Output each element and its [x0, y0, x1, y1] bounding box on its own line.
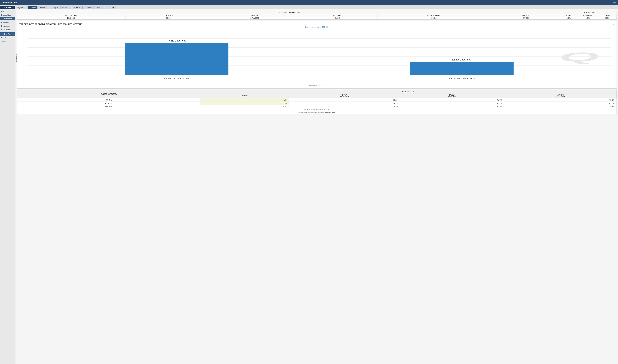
cell-week1-2: 10.2% [400, 105, 504, 108]
chart-menu-icon[interactable]: ≡ [613, 23, 614, 26]
cell-month1-2: 5.7% [504, 105, 617, 108]
col-expires: EXPIRES [211, 14, 297, 17]
meeting-info-section: MEETING INFORMATION MEETING DATE CONTRAC… [17, 11, 562, 20]
tab-20sep23[interactable]: 20 Sep23 [82, 6, 94, 9]
chart-area: Probability 0% [19, 29, 614, 87]
cell-contract: ZQG3 [125, 17, 211, 19]
cell-day1-2: 4.4% [289, 105, 400, 108]
sidebar-item-compare[interactable]: Compare [0, 10, 15, 13]
col-prior-oi: PRIOR OI [490, 14, 562, 17]
tab-bar: Target Rate 1 Feb23 22 Mar23 3 May23 14 … [15, 5, 618, 9]
x-axis-label: Target Rate (in bps) [19, 85, 614, 87]
svg-text:29.0%: 29.0% [452, 59, 472, 61]
prob-table-prob-header: PROBABILITY(%) [200, 90, 616, 93]
probabilities-table: EASE NO CHANGE HIKE 0.0 % 0.0 % 100.0 % [562, 14, 617, 19]
cell-day1-0: 81.4% [289, 98, 400, 102]
col-ease: EASE [562, 14, 575, 17]
cell-month1-0: 52.1% [504, 98, 617, 102]
svg-text:450-475: 450-475 [163, 78, 190, 79]
sidebar-current-header[interactable]: Current [0, 6, 15, 9]
svg-text:71.0%: 71.0% [166, 40, 187, 42]
bar-450-475 [125, 43, 228, 75]
bar-chart-svg: 0% 20% 40% 60% 80% 100% 71.0% 450-475 [27, 29, 611, 84]
sidebar-item-prior-hikes[interactable]: Prior Hikes [0, 28, 15, 32]
table-row: 475-500 29.0% 34.2% 45.9% 42.2% [17, 102, 617, 105]
probabilities-title: PROBABILITIES [562, 11, 617, 14]
cell-rate-1: 475-500 [17, 102, 200, 105]
cell-rate-0: 450-475 [17, 98, 200, 102]
table-footnote: * Data as of 15 Dec 2022 07:03:01 CT [17, 108, 617, 111]
chart-card: TARGET RATE PROBABILITIES FOR 1 FEB 2023… [17, 21, 617, 89]
tab-3may23[interactable]: 3 May23 [50, 6, 60, 9]
sidebar: Current Compare Probabilities Historical… [0, 5, 15, 364]
sidebar-item-table[interactable]: Table [0, 40, 15, 43]
cell-expires: 28 Feb 2023 [211, 17, 297, 19]
cell-no-change: 0.0 % [575, 17, 600, 19]
meeting-info-title: MEETING INFORMATION [17, 11, 562, 14]
table-footer-note: 3/15/2023 and forward are projected meet… [17, 111, 617, 114]
col-1week: 1 WEEK 8 DEC 2022 [400, 93, 504, 98]
table-footer-row: 3/15/2023 and forward are projected meet… [17, 111, 617, 114]
tab-1feb23[interactable]: 1 Feb23 [27, 6, 38, 9]
y-axis-label: Probability [15, 54, 17, 62]
cell-rate-2: 500-525 [17, 105, 200, 108]
prob-table-card: TARGET RATE (BPS) PROBABILITY(%) NOW * 1… [17, 90, 617, 114]
col-prior-volume: PRIOR VOLUME [377, 14, 490, 17]
cell-mid-price: 95.3525 [297, 17, 377, 19]
meeting-info-wrapper: MEETING INFORMATION MEETING DATE CONTRAC… [17, 11, 617, 20]
svg-text:Q: Q [559, 50, 599, 64]
prob-table-rate-header: TARGET RATE (BPS) [17, 90, 200, 98]
col-1month: 1 MONTH 15 NOV 2022 [504, 93, 617, 98]
sidebar-historical-header[interactable]: Historical [0, 17, 15, 20]
twitter-icon[interactable]: 🐦 [613, 1, 616, 4]
col-now: NOW * [200, 93, 289, 98]
table-footnote-row: * Data as of 15 Dec 2022 07:03:01 CT [17, 108, 617, 111]
tab-1nov23[interactable]: 1 Nov23 [94, 6, 104, 9]
bar-475-500 [410, 62, 513, 75]
sidebar-item-downloads[interactable]: Downloads [0, 24, 15, 28]
tab-26jul23[interactable]: 26 Jul23 [72, 6, 82, 9]
meeting-info-table: MEETING DATE CONTRACT EXPIRES MID PRICE … [17, 14, 562, 19]
cell-now-0: 71.0% [200, 98, 289, 102]
col-no-change: NO CHANGE [575, 14, 600, 17]
cell-now-1: 29.0% [200, 102, 289, 105]
chart-subtitle: Current target rate is 425-450 [19, 26, 614, 28]
probabilities-section: PROBABILITIES EASE NO CHANGE HIKE 0.0 % [562, 11, 617, 20]
bar-chart-container: 0% 20% 40% 60% 80% 100% 71.0% 450-475 [27, 29, 611, 84]
cell-hike: 100.0 % [600, 17, 617, 19]
cell-now-2: 0.0% [200, 105, 289, 108]
cell-week1-0: 43.9% [400, 98, 504, 102]
sidebar-item-historical[interactable]: Historical [0, 21, 15, 24]
prob-table: TARGET RATE (BPS) PROBABILITY(%) NOW * 1… [17, 90, 617, 114]
sidebar-item-probabilities[interactable]: Probabilities [0, 13, 15, 17]
cell-ease: 0.0 % [562, 17, 575, 19]
col-meeting-date: MEETING DATE [17, 14, 125, 17]
cell-prior-volume: 207,010 [377, 17, 490, 19]
col-1day: 1 DAY 14 DEC 2022 [289, 93, 400, 98]
tab-22mar23[interactable]: 22 Mar23 [38, 6, 49, 9]
table-row: 500-525 0.0% 4.4% 10.2% 5.7% [17, 105, 617, 108]
col-contract: CONTRACT [125, 14, 211, 17]
col-hike: HIKE [600, 14, 617, 17]
app-header: FedWatch Tool 🐦 [0, 0, 618, 5]
main-content: Target Rate 1 Feb23 22 Mar23 3 May23 14 … [15, 5, 618, 364]
app-title: FedWatch Tool [2, 1, 17, 4]
cell-day1-1: 34.2% [289, 102, 400, 105]
meeting-info-row: 1 Feb 2023 ZQG3 28 Feb 2023 95.3525 207,… [17, 17, 562, 19]
cell-week1-1: 45.9% [400, 102, 504, 105]
cell-prior-oi: 277,865 [490, 17, 562, 19]
sidebar-item-chart[interactable]: Chart [0, 36, 15, 40]
cell-meeting-date: 1 Feb 2023 [17, 17, 125, 19]
col-mid-price: MID PRICE [297, 14, 377, 17]
tab-14jun23[interactable]: 14 Jun23 [60, 6, 71, 9]
probabilities-row: 0.0 % 0.0 % 100.0 % [562, 17, 617, 19]
tab-bar-label: Target Rate [16, 6, 26, 9]
table-row: 450-475 71.0% 81.4% 43.9% 52.1% [17, 98, 617, 102]
chart-title: TARGET RATE PROBABILITIES FOR 1 FEB 2023… [19, 23, 614, 26]
svg-text:475-500: 475-500 [449, 78, 475, 79]
sidebar-dotplot-header[interactable]: Dot Plot [0, 32, 15, 36]
cell-month1-1: 42.2% [504, 102, 617, 105]
tab-13dec23[interactable]: 13 Dec23 [105, 6, 116, 9]
